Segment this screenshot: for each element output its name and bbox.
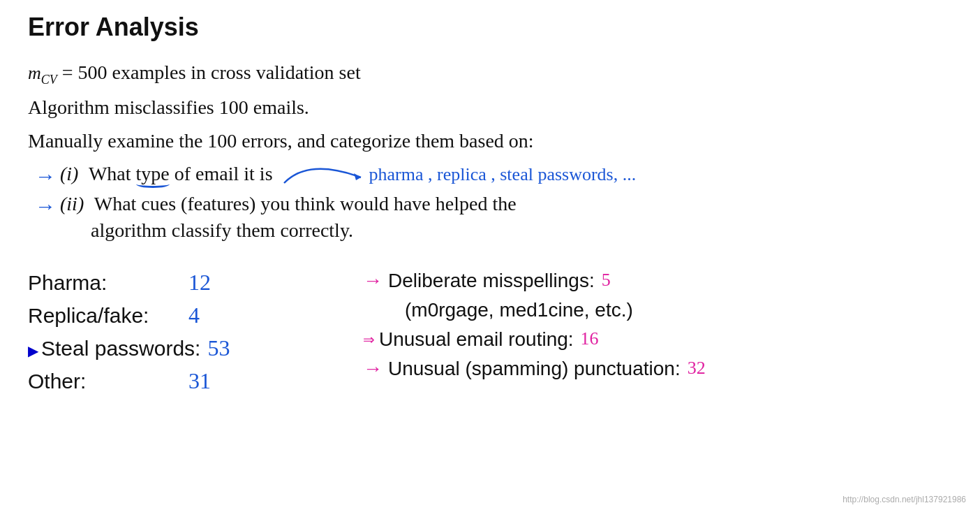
misspellings-example: (m0rgage, med1cine, etc.): [405, 299, 952, 321]
item-i-type: type: [136, 163, 170, 185]
watermark: http://blog.csdn.net/jhl137921986: [842, 495, 966, 504]
misspellings-value: 5: [602, 270, 611, 291]
steal-value: 53: [207, 335, 230, 361]
pharma-value: 12: [188, 270, 211, 296]
other-value: 31: [188, 368, 211, 394]
misspellings-label: Deliberate misspellings:: [388, 270, 595, 292]
intro-line1: mCV = 500 examples in cross validation s…: [28, 57, 952, 89]
intro-block: mCV = 500 examples in cross validation s…: [28, 57, 952, 156]
item-i-label: (i): [60, 163, 78, 184]
routing-row: ⇒ Unusual email routing: 16: [363, 328, 952, 351]
routing-value: 16: [581, 328, 599, 349]
punctuation-row: → Unusual (spamming) punctuation: 32: [363, 358, 952, 380]
replica-value: 4: [188, 303, 200, 328]
arrow-ii-icon: →: [35, 194, 56, 218]
pharma-row: Pharma: 12: [28, 270, 321, 296]
item-i-text-prefix: What: [89, 163, 136, 184]
item-ii-label: (ii): [60, 193, 84, 214]
steal-label: Steal passwords:: [41, 337, 200, 360]
curve-arrow-icon: [281, 163, 364, 189]
arrow-misspellings-icon: →: [363, 270, 383, 292]
page-title: Error Analysis: [28, 13, 952, 42]
list-item-i: → (i) What type of email it is pharma , …: [35, 163, 952, 189]
arrow-punctuation-icon: →: [363, 358, 383, 380]
steal-row: ▶ Steal passwords: 53: [28, 335, 321, 361]
left-column: Pharma: 12 Replica/fake: 4 ▶ Steal passw…: [28, 270, 321, 401]
replica-label: Replica/fake:: [28, 304, 181, 328]
pharma-label: Pharma:: [28, 271, 181, 295]
replica-row: Replica/fake: 4: [28, 303, 321, 328]
punctuation-label: Unusual (spamming) punctuation:: [388, 358, 681, 380]
item-i-handwritten: pharma , replica , steal passwords, ...: [369, 164, 637, 184]
bottom-section: Pharma: 12 Replica/fake: 4 ▶ Steal passw…: [28, 270, 952, 401]
arrow-i-icon: →: [35, 164, 56, 188]
item-i-text-suffix: of email it is: [170, 163, 273, 184]
other-label: Other:: [28, 370, 181, 393]
steal-indicator-icon: ▶: [28, 342, 38, 359]
other-row: Other: 31: [28, 368, 321, 394]
intro-line2: Algorithm misclassifies 100 emails.: [28, 92, 952, 122]
list-item-ii: → (ii) What cues (features) you think wo…: [35, 193, 952, 218]
routing-label: Unusual email routing:: [379, 328, 574, 351]
item-ii-text: What cues (features) you think would hav…: [94, 193, 517, 214]
categorize-list: → (i) What type of email it is pharma , …: [35, 163, 952, 242]
punctuation-value: 32: [688, 358, 706, 379]
misspellings-row: → Deliberate misspellings: 5: [363, 270, 952, 292]
arrow-routing-icon: ⇒: [363, 331, 375, 348]
right-column: → Deliberate misspellings: 5 (m0rgage, m…: [321, 270, 952, 401]
item-ii-continuation: algorithm classify them correctly.: [91, 219, 952, 242]
intro-line3: Manually examine the 100 errors, and cat…: [28, 126, 952, 156]
